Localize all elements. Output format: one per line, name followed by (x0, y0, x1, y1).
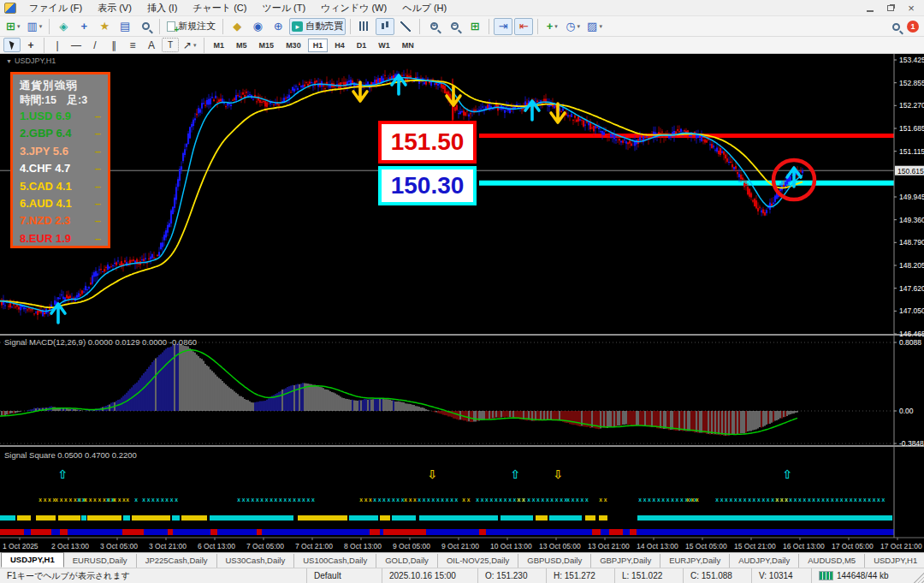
auto-trading-button[interactable]: ▸自動売買 (289, 18, 346, 35)
resistance-price-label[interactable]: 151.50 (378, 121, 477, 164)
zoom-out-button[interactable]: − (445, 18, 464, 35)
crosshair-tool[interactable]: + (22, 38, 39, 52)
timeframe-m15[interactable]: M15 (254, 39, 280, 52)
timeframe-m30[interactable]: M30 (281, 39, 306, 52)
chart-tab-8[interactable]: GBPJPY,Daily (591, 554, 660, 568)
text-tool[interactable]: A (143, 38, 160, 52)
time-axis[interactable]: 1 Oct 20252 Oct 13:003 Oct 05:003 Oct 21… (0, 538, 924, 552)
timeframe-mn[interactable]: MN (397, 39, 419, 52)
line-chart-mode-button[interactable] (396, 18, 415, 35)
restore-icon[interactable] (881, 2, 900, 15)
resize-grip[interactable] (912, 568, 924, 583)
chart-tab-7[interactable]: GBPUSD,Daily (518, 554, 591, 568)
svg-text:147.620: 147.620 (899, 284, 924, 293)
experts-button[interactable]: ◉ (248, 18, 267, 35)
status-close: C: 151.088 (683, 568, 751, 583)
indicators-button[interactable]: +▾ (542, 18, 561, 35)
arrows-tool[interactable]: ↗▾ (181, 38, 199, 52)
notification-badge[interactable]: 1 (907, 21, 919, 33)
svg-text:152.855: 152.855 (899, 79, 924, 87)
trendline-tool[interactable]: / (86, 38, 104, 52)
menu-item-6[interactable]: ヘルプ (H) (394, 2, 454, 14)
data-window-button[interactable]: + (74, 18, 93, 35)
navigator-button[interactable]: ★ (95, 18, 114, 35)
profiles-button[interactable]: ▥▾ (24, 18, 44, 35)
chart-tab-2[interactable]: JP225Cash,Daily (137, 554, 217, 568)
status-profile[interactable]: Default (306, 568, 382, 583)
status-traffic: 144648/44 kb (811, 568, 912, 583)
timeframe-m1[interactable]: M1 (209, 39, 230, 52)
tile-windows-button[interactable]: ⊞ (465, 18, 484, 35)
svg-text:16 Oct 13:00: 16 Oct 13:00 (783, 542, 825, 550)
chart-tab-6[interactable]: OIL-NOV25,Daily (438, 554, 518, 568)
strength-dash: – (95, 108, 101, 125)
strength-row-0: 1.USD 6.9– (20, 108, 103, 125)
menu-item-1[interactable]: 表示 (V) (90, 2, 139, 14)
market-watch-button[interactable]: ◈ (54, 18, 73, 35)
svg-text:xxxxxxxxx: xxxxxxxxx (418, 497, 459, 503)
close-icon[interactable]: × (902, 2, 921, 15)
svg-text:15 Oct 21:00: 15 Oct 21:00 (734, 542, 776, 550)
timeframe-h1[interactable]: H1 (308, 39, 329, 52)
svg-text:⇧: ⇧ (510, 467, 520, 481)
chart-tab-5[interactable]: GOLD,Daily (376, 554, 438, 568)
strength-row-7: 8.EUR 1.9– (20, 230, 103, 247)
templates-button[interactable]: ▨▾ (584, 18, 605, 35)
collapse-triangle-icon[interactable]: ▼ (6, 58, 12, 64)
svg-text:xxxxxxxxxxxxxxxxx: xxxxxxxxxxxxxxxxx (237, 497, 316, 503)
horizontal-line-tool[interactable]: — (68, 38, 85, 52)
timeframe-w1[interactable]: W1 (373, 39, 395, 52)
news-button[interactable]: ⊕ (269, 18, 287, 35)
chart-tab-4[interactable]: US100Cash,Daily (294, 554, 376, 568)
svg-text:xxxxxxxx: xxxxxxxx (142, 497, 179, 503)
menu-item-5[interactable]: ウィンドウ (W) (313, 2, 394, 14)
new-order-button[interactable]: 新規注文 (164, 18, 218, 35)
fibonacci-tool[interactable]: ≡ (124, 38, 141, 52)
svg-text:7 Oct 21:00: 7 Oct 21:00 (295, 542, 333, 550)
chart-tab-12[interactable]: USDJPY,H1 (865, 554, 924, 568)
strength-row-4: 5.CAD 4.1– (20, 178, 103, 195)
bar-chart-mode-button[interactable] (355, 18, 374, 35)
minimize-icon[interactable] (861, 2, 880, 15)
chart-tab-11[interactable]: AUDUSD,M5 (799, 554, 865, 568)
cursor-tool[interactable] (3, 38, 21, 52)
new-chart-button[interactable]: ⊞▾ (3, 18, 22, 35)
search-icon[interactable] (892, 23, 900, 31)
menu-item-2[interactable]: 挿入 (I) (139, 2, 185, 14)
chart-tab-3[interactable]: US30Cash,Daily (217, 554, 295, 568)
vertical-line-tool[interactable]: | (49, 38, 66, 52)
terminal-button[interactable]: ▤ (116, 18, 134, 35)
svg-text:149.360: 149.360 (899, 216, 924, 224)
timeframe-d1[interactable]: D1 (352, 39, 372, 52)
menu-item-0[interactable]: ファイル (F) (21, 2, 90, 14)
clear-button[interactable]: ◆ (228, 18, 246, 35)
auto-scroll-button[interactable]: ⇥ (494, 18, 512, 35)
candlestick-mode-button[interactable] (376, 18, 394, 35)
menu-item-4[interactable]: ツール (T) (254, 2, 313, 14)
timeframe-m5[interactable]: M5 (231, 39, 252, 52)
separator (44, 38, 44, 53)
svg-text:151.685: 151.685 (899, 124, 924, 133)
support-price-label[interactable]: 150.30 (378, 166, 477, 205)
svg-text:x: x (134, 497, 139, 503)
chart-symbol-label[interactable]: ▼USDJPY,H1 (6, 57, 56, 65)
menu-item-3[interactable]: チャート (C) (185, 2, 254, 14)
strategy-tester-button[interactable] (136, 18, 155, 35)
chart-tab-1[interactable]: EURUSD,Daily (64, 554, 137, 568)
status-open: O: 151.230 (477, 568, 546, 583)
chart-tab-10[interactable]: AUDJPY,Daily (730, 554, 799, 568)
svg-text:149.945: 149.945 (899, 193, 924, 201)
strength-dash: – (95, 230, 101, 247)
strength-subtitle: 時間:15 足:3 (20, 93, 103, 108)
periods-button[interactable]: ◷▾ (563, 18, 583, 35)
timeframe-h4[interactable]: H4 (329, 39, 350, 52)
svg-text:xx: xx (462, 497, 471, 503)
chart-shift-button[interactable]: ⇤ (514, 18, 533, 35)
chart-tab-0[interactable]: USDJPY,H1 (1, 552, 64, 568)
channel-tool[interactable]: ∥ (105, 38, 122, 52)
label-tool[interactable]: T (162, 38, 179, 52)
svg-text:151.115: 151.115 (899, 147, 924, 156)
status-high: H: 151.272 (546, 568, 614, 583)
zoom-in-button[interactable]: + (424, 18, 443, 35)
chart-tab-9[interactable]: EURJPY,Daily (660, 554, 730, 568)
